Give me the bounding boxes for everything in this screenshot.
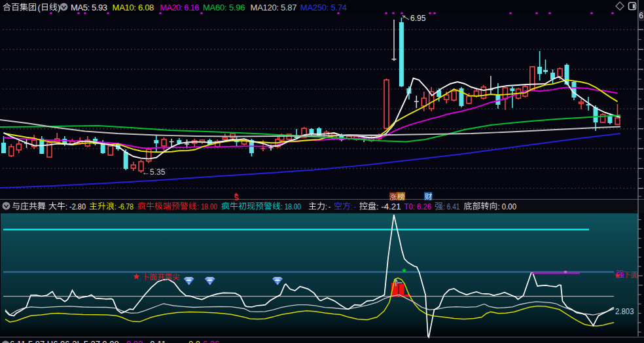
svg-text:: -4.21: : -4.21 [376,202,401,211]
svg-text:MA120: 5.87: MA120: 5.87 [251,3,297,12]
svg-text:: 18.00: : 18.00 [281,202,301,211]
svg-text:6.95: 6.95 [410,14,426,23]
svg-text:: -6.78: : -6.78 [115,202,134,211]
svg-text:(: ( [38,3,41,12]
svg-text:←5.35: ←5.35 [142,168,166,177]
svg-text:: -: : - [351,202,356,211]
svg-text:MA10: 6.08: MA10: 6.08 [113,3,154,12]
svg-text:MA5: 5.93: MA5: 5.93 [71,3,107,12]
svg-text:: 6.41: : 6.41 [443,202,460,211]
svg-text:-0.08: -0.08 [99,339,119,343]
svg-text:: 18.00: : 18.00 [197,202,217,211]
svg-text:MA60: 5.96: MA60: 5.96 [203,3,245,12]
svg-text:2.803: 2.803 [615,306,634,316]
svg-text:MA20: 6.16: MA20: 6.16 [160,3,199,12]
svg-text:: -: : - [325,202,331,211]
svg-text:: -2.80: : -2.80 [65,202,86,211]
svg-text:6.: 6. [639,11,644,20]
svg-text:6.26: 6.26 [203,339,219,343]
svg-text:-0.11: -0.11 [147,339,166,343]
svg-text:MA250: 5.74: MA250: 5.74 [300,3,347,12]
svg-text:0.0: 0.0 [188,339,200,343]
svg-text:T0: 6.26: T0: 6.26 [404,202,432,211]
svg-text:6.11 5.87 H6 06.3L 5.37: 6.11 5.87 H6 06.3L 5.37 [10,339,100,343]
svg-text:: 0.00: : 0.00 [498,202,517,211]
svg-text:0.02: 0.02 [126,339,143,343]
